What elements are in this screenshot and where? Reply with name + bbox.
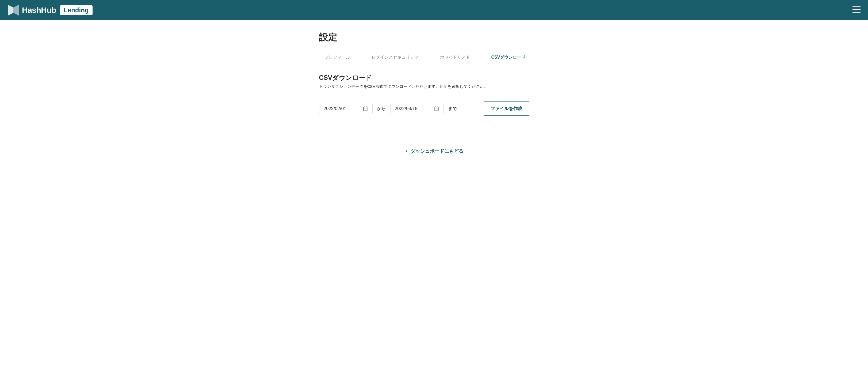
svg-rect-3: [852, 9, 861, 10]
csv-section-description: トランザクションデータをCSV形式でダウンロードいただけます。期間を選択してくだ…: [319, 84, 549, 89]
brand-logo[interactable]: HashHub Lending: [7, 4, 93, 16]
tab-profile[interactable]: プロフィール: [319, 51, 355, 64]
tab-security[interactable]: ログインとセキュリティ: [366, 51, 424, 64]
hashhub-logo-icon: [7, 4, 19, 16]
hamburger-menu-button[interactable]: [852, 6, 861, 14]
svg-marker-0: [8, 5, 13, 16]
site-header: HashHub Lending: [0, 0, 868, 20]
tab-csv-download[interactable]: CSVダウンロード: [486, 51, 531, 64]
settings-tabs: プロフィール ログインとセキュリティ ホワイトリスト CSVダウンロード: [319, 51, 549, 64]
calendar-icon: [434, 106, 439, 111]
create-file-button[interactable]: ファイルを作成: [483, 102, 530, 116]
calendar-icon: [363, 106, 368, 111]
chevron-left-icon: [405, 149, 408, 153]
svg-rect-2: [852, 6, 861, 7]
date-range-row: 2022/02/01 から 2022/03/18 まで ファイルを作成: [319, 102, 549, 116]
csv-section-title: CSVダウンロード: [319, 74, 549, 82]
back-to-dashboard-link[interactable]: ダッシュボードにもどる: [405, 148, 464, 154]
brand-badge: Lending: [60, 5, 92, 15]
from-label: から: [377, 106, 386, 112]
page-title: 設定: [319, 31, 549, 44]
to-label: まで: [448, 106, 457, 112]
date-from-input[interactable]: 2022/02/01: [319, 103, 373, 114]
date-from-value: 2022/02/01: [324, 106, 346, 111]
brand-name: HashHub: [22, 6, 56, 15]
svg-marker-1: [13, 5, 19, 16]
date-to-input[interactable]: 2022/03/18: [390, 103, 444, 114]
date-to-value: 2022/03/18: [395, 106, 417, 111]
svg-rect-4: [852, 12, 861, 12]
main-content: 設定 プロフィール ログインとセキュリティ ホワイトリスト CSVダウンロード …: [314, 20, 555, 165]
hamburger-icon: [852, 6, 861, 13]
tab-whitelist[interactable]: ホワイトリスト: [435, 51, 475, 64]
back-link-label: ダッシュボードにもどる: [411, 148, 464, 154]
